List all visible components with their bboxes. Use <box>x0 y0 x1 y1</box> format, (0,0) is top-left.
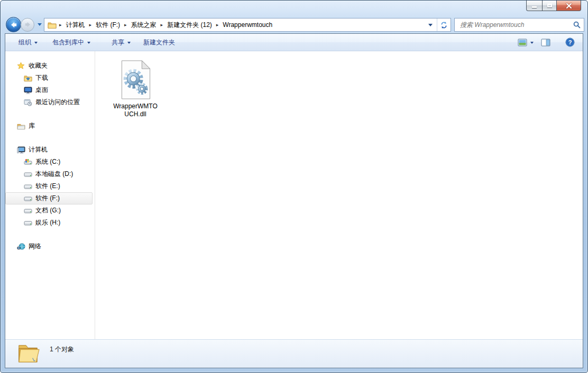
address-dropdown-button[interactable] <box>424 18 437 31</box>
details-pane: 1 个对象 <box>5 339 583 368</box>
navigation-bar: ▸ 计算机 ▸ 软件 (F:) ▸ 系统之家 ▸ 新建文件夹 (12) ▸ Wr… <box>1 16 587 33</box>
sidebar-item-recent-places[interactable]: 最近访问的位置 <box>5 96 93 108</box>
address-bar-space[interactable] <box>276 18 424 31</box>
file-name-label: WrapperWMTOUCH.dll <box>111 102 160 118</box>
address-folder-icon[interactable] <box>44 18 59 31</box>
sidebar-item-label: 网络 <box>29 242 41 251</box>
dropdown-arrow-icon <box>34 42 38 44</box>
sidebar-gap <box>5 108 95 120</box>
drive-icon <box>23 182 32 191</box>
desktop-icon <box>23 86 32 95</box>
item-count-label: 1 个对象 <box>50 345 74 354</box>
download-folder-icon <box>23 74 32 82</box>
sidebar-item-label: 桌面 <box>35 86 48 95</box>
sidebar-item-network[interactable]: 网络 <box>5 240 93 253</box>
computer-icon <box>16 146 25 154</box>
window-controls <box>526 1 581 11</box>
sidebar-item-computer[interactable]: 计算机 <box>5 144 93 156</box>
views-icon <box>518 39 527 46</box>
close-button[interactable] <box>557 1 581 11</box>
refresh-button[interactable] <box>437 18 451 31</box>
sidebar-item-drive-c[interactable]: 系统 (C:) <box>5 156 93 168</box>
client-area: 组织 包含到库中 共享 新建文件夹 <box>5 33 583 368</box>
explorer-window: ▸ 计算机 ▸ 软件 (F:) ▸ 系统之家 ▸ 新建文件夹 (12) ▸ Wr… <box>0 0 588 373</box>
window-body: 收藏夹 下载 <box>5 51 583 339</box>
address-bar[interactable]: ▸ 计算机 ▸ 软件 (F:) ▸ 系统之家 ▸ 新建文件夹 (12) ▸ Wr… <box>44 18 451 32</box>
breadcrumb-drive-f[interactable]: 软件 (F:) <box>92 18 124 31</box>
recent-pages-chevron[interactable] <box>38 23 42 26</box>
search-icon[interactable] <box>573 21 581 29</box>
sidebar-item-label: 系统 (C:) <box>35 157 60 166</box>
close-icon <box>565 2 573 10</box>
new-folder-label: 新建文件夹 <box>143 38 175 47</box>
dropdown-arrow-icon <box>530 42 534 44</box>
sidebar-item-label: 娱乐 (H:) <box>35 218 60 227</box>
help-button[interactable]: ? <box>563 35 577 49</box>
new-folder-button[interactable]: 新建文件夹 <box>140 36 179 49</box>
minimize-icon <box>532 6 537 8</box>
share-label: 共享 <box>112 38 124 47</box>
back-button[interactable] <box>6 17 21 32</box>
navigation-pane: 收藏夹 下载 <box>5 51 95 339</box>
system-drive-icon <box>23 158 32 166</box>
maximize-button[interactable] <box>542 1 557 11</box>
sidebar-item-desktop[interactable]: 桌面 <box>5 84 93 96</box>
search-box[interactable] <box>454 18 584 32</box>
organize-button[interactable]: 组织 <box>15 36 41 49</box>
sidebar-gap <box>5 132 95 144</box>
dropdown-arrow-icon <box>87 42 90 44</box>
breadcrumb-computer[interactable]: 计算机 <box>62 18 89 31</box>
sidebar-item-drive-f[interactable]: 软件 (F:) <box>5 192 93 204</box>
title-bar[interactable] <box>1 1 587 16</box>
minimize-button[interactable] <box>526 1 542 11</box>
sidebar-item-label: 收藏夹 <box>29 61 48 70</box>
sidebar-item-drive-g[interactable]: 文档 (G:) <box>5 204 93 217</box>
refresh-icon <box>440 21 448 29</box>
network-icon <box>16 243 25 251</box>
drive-icon <box>23 170 32 179</box>
sidebar-gap <box>5 229 95 240</box>
drive-icon <box>23 207 32 215</box>
file-list-area[interactable]: WrapperWMTOUCH.dll <box>95 51 583 339</box>
share-button[interactable]: 共享 <box>108 36 134 49</box>
sidebar-item-downloads[interactable]: 下载 <box>5 72 93 84</box>
sidebar-item-drive-e[interactable]: 软件 (E:) <box>5 180 93 192</box>
sidebar-item-label: 文档 (G:) <box>35 206 61 215</box>
libraries-icon <box>16 122 25 130</box>
star-icon <box>16 62 25 70</box>
preview-pane-icon <box>541 39 550 46</box>
preview-pane-button[interactable] <box>538 36 553 49</box>
sidebar-item-label: 软件 (F:) <box>35 194 60 203</box>
command-bar: 组织 包含到库中 共享 新建文件夹 <box>5 34 583 51</box>
include-in-library-button[interactable]: 包含到库中 <box>49 36 94 49</box>
search-input[interactable] <box>459 21 573 29</box>
svg-text:?: ? <box>568 39 572 45</box>
sidebar-item-label: 计算机 <box>29 145 48 154</box>
organize-label: 组织 <box>19 38 31 47</box>
maximize-icon <box>547 4 552 7</box>
forward-button[interactable] <box>21 18 34 32</box>
sidebar-item-favorites[interactable]: 收藏夹 <box>5 60 93 72</box>
breadcrumb-wrapperwmtouch[interactable]: Wrapperwmtouch <box>219 18 276 31</box>
sidebar-item-label: 本地磁盘 (D:) <box>35 170 73 179</box>
change-view-button[interactable] <box>515 36 536 49</box>
drive-icon <box>23 219 32 227</box>
sidebar-item-drive-h[interactable]: 娱乐 (H:) <box>5 217 93 229</box>
sidebar-item-label: 下载 <box>35 73 48 82</box>
back-arrow-icon <box>10 21 18 29</box>
sidebar-item-drive-d[interactable]: 本地磁盘 (D:) <box>5 168 93 180</box>
file-item-wrapperwmtouch-dll[interactable]: WrapperWMTOUCH.dll <box>107 58 164 120</box>
sidebar-item-label: 软件 (E:) <box>35 182 60 191</box>
dropdown-arrow-icon <box>428 24 433 26</box>
drive-icon <box>23 194 32 203</box>
dll-file-icon <box>119 60 152 100</box>
breadcrumb-new-folder-12[interactable]: 新建文件夹 (12) <box>163 18 216 31</box>
include-in-library-label: 包含到库中 <box>52 38 84 47</box>
dropdown-arrow-icon <box>127 42 131 44</box>
breadcrumb-xitongzhijia[interactable]: 系统之家 <box>127 18 160 31</box>
folder-icon <box>16 341 40 367</box>
sidebar-item-libraries[interactable]: 库 <box>5 120 93 132</box>
sidebar-item-label: 最近访问的位置 <box>35 98 80 107</box>
sidebar-item-label: 库 <box>29 122 35 130</box>
recent-places-icon <box>23 98 32 107</box>
